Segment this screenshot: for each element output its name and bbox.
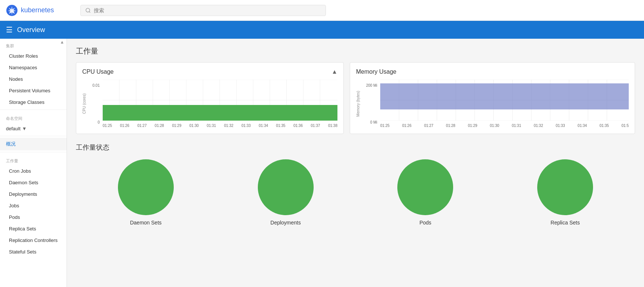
cpu-usage-card: CPU Usage ▲ CPU (cores) 0.01 0 xyxy=(76,62,344,134)
layout: ▲ 集群 Cluster Roles Namespaces Nodes Pers… xyxy=(0,39,644,287)
workload-status-title: 工作量状态 xyxy=(76,143,635,152)
cpu-chart-collapse-btn[interactable]: ▲ xyxy=(331,68,337,75)
memory-usage-card: Memory Usage Memory (bytes) 200 Mi 0 Mi xyxy=(350,62,635,134)
workload-section-title: 工作量 xyxy=(76,45,635,56)
sidebar: ▲ 集群 Cluster Roles Namespaces Nodes Pers… xyxy=(0,39,67,287)
mem-y-max: 200 Mi xyxy=(366,83,377,87)
sidebar-item-deployments[interactable]: Deployments xyxy=(0,188,67,200)
svg-point-1 xyxy=(86,8,90,12)
cpu-y-min: 0 xyxy=(97,120,100,124)
replica-sets-circle xyxy=(537,159,593,215)
replica-sets-circle-item: Replica Sets xyxy=(495,159,635,226)
kubernetes-logo-icon xyxy=(6,4,18,16)
search-input[interactable] xyxy=(94,7,321,13)
mem-y-min: 0 Mi xyxy=(370,120,377,124)
sidebar-item-overview[interactable]: 概况 xyxy=(0,138,67,150)
header-title: Overview xyxy=(17,26,45,34)
daemon-sets-circle xyxy=(118,159,174,215)
sidebar-item-replication-controllers[interactable]: Replication Controllers xyxy=(0,235,67,246)
cpu-y-axis: 0.01 0 xyxy=(88,83,103,124)
divider-2 xyxy=(0,136,67,136)
cpu-chart-title: CPU Usage xyxy=(82,68,113,75)
deployments-circle xyxy=(258,159,314,215)
deployments-label: Deployments xyxy=(270,220,301,226)
memory-chart-title: Memory Usage xyxy=(356,68,396,75)
pods-circle xyxy=(397,159,453,215)
sidebar-item-replica-sets[interactable]: Replica Sets xyxy=(0,223,67,235)
sidebar-item-jobs[interactable]: Jobs xyxy=(0,200,67,211)
sidebar-item-cluster-roles[interactable]: Cluster Roles xyxy=(0,50,67,62)
svg-rect-19 xyxy=(103,105,337,121)
sidebar-item-cron-jobs[interactable]: Cron Jobs xyxy=(0,165,67,177)
sidebar-item-pods[interactable]: Pods xyxy=(0,211,67,223)
header-bar: ☰ Overview xyxy=(0,21,644,39)
sidebar-item-nodes[interactable]: Nodes xyxy=(0,73,67,85)
sidebar-item-persistent-volumes[interactable]: Persistent Volumes xyxy=(0,85,67,96)
namespace-dropdown-icon: ▼ xyxy=(22,126,27,131)
cluster-section-label: 集群 xyxy=(0,39,67,50)
mem-y-axis: 200 Mi 0 Mi xyxy=(362,83,380,124)
cpu-chart-inner: 01:25 01:26 01:27 01:28 01:29 01:30 01:3… xyxy=(103,80,337,128)
namespace-selector[interactable]: default ▼ xyxy=(0,123,67,134)
search-bar[interactable] xyxy=(80,5,326,16)
memory-chart-svg xyxy=(380,80,629,121)
workload-status-section: 工作量状态 Daemon Sets Deployments Pods Repli… xyxy=(76,143,635,226)
svg-rect-35 xyxy=(380,83,629,109)
memory-chart-wrapper: Memory (bytes) 200 Mi 0 Mi xyxy=(356,80,629,128)
namespace-value: default xyxy=(6,126,20,131)
daemon-sets-circle-item: Daemon Sets xyxy=(76,159,216,226)
workload-section-label: 工作量 xyxy=(0,154,67,165)
top-bar: kubernetes xyxy=(0,0,644,21)
sidebar-item-namespaces[interactable]: Namespaces xyxy=(0,62,67,73)
scroll-up-icon[interactable]: ▲ xyxy=(59,39,65,45)
app-logo-text: kubernetes xyxy=(21,6,54,14)
charts-row: CPU Usage ▲ CPU (cores) 0.01 0 xyxy=(76,62,635,134)
svg-line-2 xyxy=(89,11,90,12)
cpu-chart-svg xyxy=(103,80,337,121)
sidebar-item-stateful-sets[interactable]: Stateful Sets xyxy=(0,246,67,258)
namespace-section-label: 命名空间 xyxy=(0,111,67,123)
memory-chart-header: Memory Usage xyxy=(356,68,629,75)
cpu-y-max: 0.01 xyxy=(93,83,100,87)
pods-label: Pods xyxy=(419,220,431,226)
divider-3 xyxy=(0,152,67,152)
hamburger-icon[interactable]: ☰ xyxy=(6,25,13,34)
cpu-chart-wrapper: CPU (cores) 0.01 0 xyxy=(82,80,337,128)
cpu-chart-header: CPU Usage ▲ xyxy=(82,68,337,75)
daemon-sets-label: Daemon Sets xyxy=(130,220,161,226)
memory-chart-inner: 01:25 01:26 01:27 01:28 01:29 01:30 01:3… xyxy=(380,80,629,128)
search-icon xyxy=(85,7,91,13)
pods-circle-item: Pods xyxy=(356,159,496,226)
deployments-circle-item: Deployments xyxy=(216,159,356,226)
mem-y-axis-label: Memory (bytes) xyxy=(356,91,360,117)
main-content: 工作量 CPU Usage ▲ CPU (cores) 0.01 0 xyxy=(67,39,644,287)
sidebar-item-storage-classes[interactable]: Storage Classes xyxy=(0,96,67,108)
cpu-y-axis-label: CPU (cores) xyxy=(82,93,86,114)
logo-area: kubernetes xyxy=(6,4,80,16)
circles-row: Daemon Sets Deployments Pods Replica Set… xyxy=(76,159,635,226)
sidebar-item-daemon-sets[interactable]: Daemon Sets xyxy=(0,177,67,188)
cpu-x-axis: 01:25 01:26 01:27 01:28 01:29 01:30 01:3… xyxy=(103,122,337,128)
mem-x-axis: 01:25 01:26 01:27 01:28 01:29 01:30 01:3… xyxy=(380,122,629,128)
divider-1 xyxy=(0,109,67,110)
replica-sets-label: Replica Sets xyxy=(551,220,580,226)
